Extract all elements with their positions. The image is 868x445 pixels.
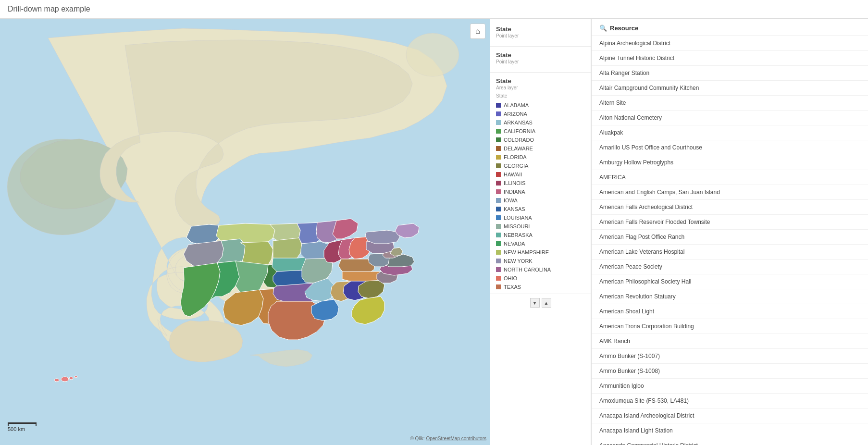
- legend-state-name: NEW YORK: [504, 258, 533, 264]
- resource-item[interactable]: American Peace Society: [592, 260, 868, 274]
- resource-header: 🔍 Resource: [592, 19, 868, 36]
- resource-item[interactable]: American Revolution Statuary: [592, 289, 868, 304]
- legend-state-name: MISSOURI: [504, 223, 530, 229]
- legend-item[interactable]: CALIFORNIA: [496, 127, 585, 135]
- main-content: 500 km ⌂ © Qlik: OpenStreetMap contribut…: [0, 19, 868, 445]
- resource-item[interactable]: Altair Campground Community Kitchen: [592, 81, 868, 96]
- resource-panel: 🔍 Resource Alpina Archeological District…: [591, 19, 868, 445]
- legend-state-name: ARIZONA: [504, 111, 527, 117]
- legend-state-name: TEXAS: [504, 284, 521, 290]
- attribution-link[interactable]: OpenStreetMap contributors: [426, 436, 486, 441]
- resource-item[interactable]: AMK Ranch: [592, 334, 868, 349]
- legend-item[interactable]: INDIANA: [496, 188, 585, 196]
- legend-swatch: [496, 189, 501, 194]
- resource-item[interactable]: Anacapa Island Light Station: [592, 423, 868, 438]
- resource-item[interactable]: AMERICA: [592, 170, 868, 185]
- resource-item[interactable]: Ammo Bunker (S-1007): [592, 349, 868, 364]
- legend-state-name: ARKANSAS: [504, 120, 533, 125]
- legend-layer2-subtitle: Point layer: [496, 59, 585, 64]
- legend-swatch: [496, 224, 501, 229]
- legend-item[interactable]: NEVADA: [496, 240, 585, 247]
- legend-item[interactable]: LOUISIANA: [496, 214, 585, 222]
- legend-swatch: [496, 241, 501, 246]
- resource-item[interactable]: American Falls Reservoir Flooded Townsit…: [592, 215, 868, 230]
- legend-layer1-subtitle: Point layer: [496, 33, 585, 38]
- resource-item[interactable]: Aluakpak: [592, 125, 868, 140]
- resource-item[interactable]: American Lake Veterans Hospital: [592, 245, 868, 260]
- resource-item[interactable]: American Trona Corporation Building: [592, 319, 868, 334]
- home-icon: ⌂: [475, 27, 480, 36]
- legend-state-name: DELAWARE: [504, 146, 533, 151]
- legend-state-name: NEW HAMPSHIRE: [504, 249, 549, 255]
- legend-item[interactable]: ARKANSAS: [496, 119, 585, 126]
- resource-item[interactable]: Amoxiumqua Site (FS-530, LA481): [592, 394, 868, 408]
- legend-item[interactable]: FLORIDA: [496, 153, 585, 161]
- legend-swatch: [496, 155, 501, 160]
- resource-list[interactable]: Alpina Archeological DistrictAlpine Tunn…: [592, 36, 868, 445]
- legend-state-name: IOWA: [504, 198, 518, 203]
- svg-text:500 km: 500 km: [8, 426, 25, 432]
- legend-item[interactable]: DELAWARE: [496, 145, 585, 152]
- legend-state-name: INDIANA: [504, 189, 525, 195]
- resource-header-label: Resource: [610, 25, 638, 32]
- legend-state-name: KANSAS: [504, 206, 525, 212]
- resource-item[interactable]: American Shoal Light: [592, 304, 868, 319]
- legend-layer1-title: State: [496, 25, 585, 33]
- legend-layer2-title: State: [496, 51, 585, 59]
- legend-item[interactable]: HAWAII: [496, 171, 585, 178]
- legend-item[interactable]: IOWA: [496, 197, 585, 204]
- resource-item[interactable]: Alton National Cemetery: [592, 111, 868, 125]
- legend-item[interactable]: NEW YORK: [496, 257, 585, 265]
- legend-item[interactable]: KANSAS: [496, 205, 585, 213]
- legend-swatch: [496, 250, 501, 255]
- legend-state-name: ALABAMA: [504, 102, 529, 108]
- nav-up-button[interactable]: ▲: [542, 298, 551, 308]
- legend-swatch: [496, 207, 501, 211]
- legend-item[interactable]: NEBRASKA: [496, 231, 585, 239]
- map-svg: 500 km: [0, 19, 490, 437]
- legend-swatch: [496, 103, 501, 108]
- legend-item[interactable]: ARIZONA: [496, 110, 585, 118]
- resource-item[interactable]: American Flag Post Office Ranch: [592, 230, 868, 245]
- legend-item[interactable]: TEXAS: [496, 283, 585, 291]
- resource-item[interactable]: Ammo Bunker (S-1008): [592, 364, 868, 379]
- legend-swatch: [496, 233, 501, 237]
- legend-item[interactable]: GEORGIA: [496, 162, 585, 170]
- legend-area-section: State Area layer State ALABAMAARIZONAARK…: [490, 74, 591, 294]
- resource-item[interactable]: Anaconda Commercial Historic District: [592, 438, 868, 445]
- legend-layer-1: State Point layer: [490, 23, 591, 44]
- svg-rect-8: [8, 422, 9, 426]
- resource-item[interactable]: Ammunition Igloo: [592, 379, 868, 394]
- legend-swatch: [496, 259, 501, 263]
- legend-item[interactable]: OHIO: [496, 274, 585, 282]
- legend-swatch: [496, 172, 501, 177]
- legend-item[interactable]: ALABAMA: [496, 101, 585, 109]
- resource-item[interactable]: Alpine Tunnel Historic District: [592, 51, 868, 66]
- resource-item[interactable]: Altern Site: [592, 96, 868, 111]
- resource-item[interactable]: Amarillo US Post Office and Courthouse: [592, 140, 868, 155]
- legend-swatch: [496, 215, 501, 220]
- legend-state-name: NEVADA: [504, 241, 525, 247]
- nav-down-button[interactable]: ▼: [530, 298, 540, 308]
- resource-item[interactable]: American Philosophical Society Hall: [592, 274, 868, 289]
- legend-item[interactable]: NEW HAMPSHIRE: [496, 248, 585, 256]
- page-title: Drill-down map example: [0, 0, 868, 19]
- resource-item[interactable]: Alta Ranger Station: [592, 66, 868, 81]
- resource-item[interactable]: Anacapa Island Archeological District: [592, 408, 868, 423]
- map-area: 500 km ⌂ © Qlik: OpenStreetMap contribut…: [0, 19, 490, 445]
- legend-swatch: [496, 146, 501, 151]
- home-button[interactable]: ⌂: [470, 24, 485, 39]
- resource-item[interactable]: Alpina Archeological District: [592, 36, 868, 51]
- resource-item[interactable]: American Falls Archeological District: [592, 200, 868, 215]
- legend-state-name: FLORIDA: [504, 154, 527, 160]
- legend-item[interactable]: ILLINOIS: [496, 179, 585, 187]
- legend-item[interactable]: NORTH CAROLINA: [496, 266, 585, 273]
- legend-state-label: State: [496, 93, 585, 99]
- svg-rect-7: [8, 422, 37, 424]
- legend-area-title: State: [496, 77, 585, 85]
- legend-item[interactable]: MISSOURI: [496, 222, 585, 230]
- svg-point-6: [74, 376, 77, 378]
- resource-item[interactable]: Amburgy Hollow Petroglyphs: [592, 155, 868, 170]
- legend-item[interactable]: COLORADO: [496, 136, 585, 144]
- resource-item[interactable]: American and English Camps, San Juan Isl…: [592, 185, 868, 200]
